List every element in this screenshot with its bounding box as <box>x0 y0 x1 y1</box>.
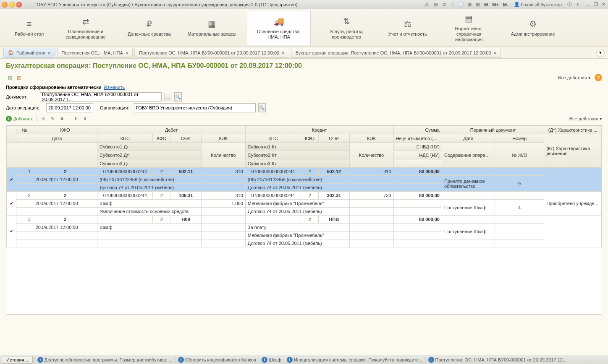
mminus-btn[interactable]: M- <box>502 2 510 7</box>
table-row[interactable]: Договор 74 от 20.05.2011 (мебель) <box>7 239 602 247</box>
tab-dropdown[interactable]: ▾ <box>596 49 605 57</box>
add-button[interactable]: +Добавить <box>6 116 34 122</box>
table-row[interactable]: ✔ 2 2 070600000000002442106.31310 070600… <box>7 192 602 200</box>
doc-dd[interactable]: … <box>164 93 172 101</box>
tab[interactable]: Бухгалтерская операция: Поступление ОС, … <box>291 48 501 58</box>
section-nav: ≡Рабочий стол⇄Планирование и санкциониро… <box>0 9 608 47</box>
ak-icon[interactable]: ▤ <box>6 74 13 81</box>
close-icon[interactable]: ✕ <box>600 2 606 8</box>
tab-close-icon[interactable]: × <box>48 50 50 55</box>
minimize-icon[interactable]: – <box>585 2 591 8</box>
m-btn[interactable]: M <box>483 2 489 7</box>
section-item[interactable]: ⚖Учет и отчетность <box>382 11 433 45</box>
tab-close-icon[interactable]: × <box>494 50 496 55</box>
change-link[interactable]: Изменить <box>104 85 125 90</box>
section-item[interactable]: ≡Рабочий стол <box>8 11 50 45</box>
info-icon[interactable]: ⓘ <box>566 1 573 8</box>
auto-line: Проводки сформированы автоматически Изме… <box>6 85 602 90</box>
tab-close-icon[interactable]: × <box>282 50 284 55</box>
col-kfo[interactable]: КФО <box>33 126 97 134</box>
calc-icon[interactable]: ▦ <box>466 1 473 8</box>
table-row[interactable]: ✔ 3 2 2Н08 2НПВ 80 000,00 <box>7 216 602 224</box>
section-item[interactable]: ⚙Администрирование <box>505 11 561 45</box>
section-item[interactable]: ▦Материальные запасы <box>181 11 243 45</box>
section-item[interactable]: 🚚Основные средства, НМА, НПА <box>247 11 311 45</box>
small-toolbar: ▤ ▥ <box>6 74 23 81</box>
up-icon[interactable]: ⬆ <box>72 115 80 122</box>
content: Бухгалтерская операция: Поступление ОС, … <box>0 59 608 355</box>
cal-icon[interactable]: ▦ <box>474 1 481 8</box>
tabs: 🏠Рабочий стол×Поступления ОС, НМА, НПА×П… <box>0 47 608 59</box>
section-item[interactable]: ₽Денежные средства <box>121 11 177 45</box>
star-icon[interactable]: ☆ <box>449 1 456 8</box>
min-btn[interactable] <box>9 2 15 8</box>
tab-close-icon[interactable]: × <box>126 50 128 55</box>
col-dtchar[interactable]: (Дт) Характеристика ... <box>544 126 602 134</box>
close-btn[interactable] <box>2 2 8 8</box>
titlebar: ☆ ГОБУ ВПО Университет искусств (Субсиди… <box>0 0 608 9</box>
doc-lookup[interactable]: 🔍 <box>174 92 182 101</box>
copy-icon[interactable]: ⧉ <box>441 1 448 8</box>
col-sum[interactable]: Сумма <box>393 126 442 134</box>
date-label: Дата операции: <box>6 105 44 110</box>
org-lookup[interactable]: 🔍 <box>258 103 266 112</box>
table-row[interactable]: 20.09.2017 12:00:00 (06) 20736123458 (в … <box>7 176 602 184</box>
doc-input[interactable]: Поступление ОС, НМА, НПА БУ00-000001 от … <box>40 92 162 101</box>
org-input[interactable]: ГОБУ ВПО Университет искусств (Субсидия) <box>134 103 256 112</box>
col-credit[interactable]: Кредит <box>245 126 393 134</box>
delete-icon[interactable]: ✖ <box>58 115 66 122</box>
all-actions-btn[interactable]: Все действия ▾ <box>558 75 591 80</box>
tab[interactable]: Поступление ОС, НМА, НПА БУ00-000001 от … <box>134 48 289 58</box>
doc-icon[interactable]: ▥ <box>15 74 23 81</box>
tab[interactable]: 🏠Рабочий стол× <box>3 48 55 58</box>
date-input[interactable]: 20.09.2017 12:00:00 <box>46 103 93 112</box>
col-debit[interactable]: Дебет <box>97 126 246 134</box>
section-item[interactable]: ⇅Услуги, работы, производство <box>315 11 378 45</box>
max-btn[interactable] <box>16 2 22 8</box>
table-row[interactable]: ✔ 1 2 070600000000002442502.11310 070600… <box>7 168 602 176</box>
titlebar-right: 🖶 ▤ ⧉ ☆ 🕓 ▦ ▦ M M+ M- 👤 Главный бухгалте… <box>424 1 606 8</box>
page-title: Бухгалтерская операция: Поступление ОС, … <box>6 62 602 70</box>
restore-icon[interactable]: ❐ <box>593 2 599 8</box>
all-actions2[interactable]: Все действия ▾ <box>569 116 602 122</box>
table-row[interactable]: 20.09.2017 12:00:00 Шкаф1,000 Мебельная … <box>7 200 602 208</box>
org-label: Организация: <box>100 105 131 110</box>
help-icon[interactable]: ? <box>595 74 602 81</box>
clock-icon[interactable]: 🕓 <box>458 1 464 8</box>
doc-label: Документ: <box>6 94 37 99</box>
section-item[interactable]: ⇄Планирование и санкционирование <box>54 11 117 45</box>
window-buttons <box>2 2 22 8</box>
down-icon[interactable]: ⬇ <box>81 115 89 122</box>
favorite-icon[interactable]: ☆ <box>28 2 32 7</box>
copy-icon[interactable]: 🗎 <box>40 115 47 122</box>
print-icon[interactable]: 🖶 <box>424 1 431 8</box>
col-num[interactable]: № <box>16 126 33 134</box>
mplus-btn[interactable]: M+ <box>491 2 500 7</box>
col-primary[interactable]: Первичный документ <box>442 126 544 134</box>
edit-icon[interactable]: ✎ <box>49 115 57 122</box>
dd-icon[interactable]: ▾ <box>574 1 581 8</box>
doc-icon[interactable]: ▤ <box>432 1 439 8</box>
user-button[interactable]: 👤 Главный бухгалтер <box>511 2 564 7</box>
tab[interactable]: Поступления ОС, НМА, НПА× <box>57 48 133 58</box>
section-item[interactable]: ▤Нормативно-справочная информация <box>438 11 501 45</box>
table: № КФО Дебет Кредит Сумма Первичный докум… <box>6 125 602 315</box>
table-row[interactable]: 20.09.2017 12:00:00 Шкаф За плату Поступ… <box>7 224 602 231</box>
window-title: ГОБУ ВПО Университет искусств (Субсидия)… <box>34 2 424 7</box>
